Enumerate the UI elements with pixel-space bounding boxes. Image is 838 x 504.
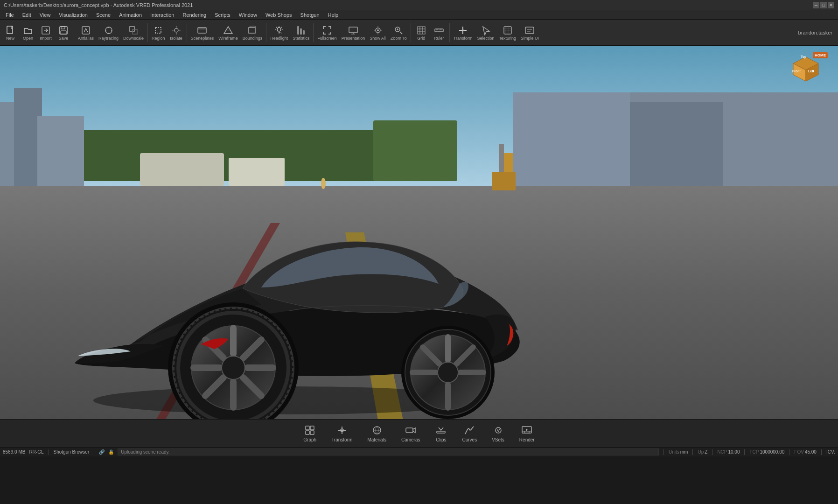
lock-icon: 🔒 <box>108 449 114 455</box>
downscale-button[interactable]: Downscale <box>121 24 146 42</box>
statistics-label: Statistics <box>293 36 309 41</box>
render-tool[interactable]: Render <box>512 422 542 444</box>
nav-cube[interactable]: Top Front Left HOME <box>789 53 827 91</box>
svg-rect-17 <box>349 27 357 33</box>
simpleui-button[interactable]: Simple UI <box>519 24 541 42</box>
open-button[interactable]: Open <box>20 24 36 42</box>
transform-tool[interactable]: Transform <box>324 422 360 444</box>
render-label: Render <box>519 437 535 442</box>
showall-button[interactable]: Show All <box>368 24 388 42</box>
svg-rect-5 <box>82 27 90 34</box>
headlight-button[interactable]: Headlight <box>268 24 290 42</box>
statistics-button[interactable]: Statistics <box>291 24 311 42</box>
memory-display: 8569.0 MB <box>3 449 25 455</box>
status-sep-1 <box>49 449 49 455</box>
statistics-icon <box>295 25 307 36</box>
menu-animation[interactable]: Animation <box>115 11 146 19</box>
isolate-button[interactable]: Isolate <box>168 24 185 42</box>
axis-label: Up <box>698 449 704 455</box>
graph-tool[interactable]: Graph <box>296 422 324 444</box>
status-sep-3 <box>663 449 664 455</box>
menu-file[interactable]: File <box>2 11 18 19</box>
showall-icon <box>372 25 384 36</box>
selection-label: Selection <box>477 36 494 41</box>
wireframe-button[interactable]: Wireframe <box>216 24 240 42</box>
raytracing-button[interactable]: Raytracing <box>97 24 120 42</box>
materials-icon <box>371 424 383 436</box>
fullscreen-button[interactable]: Fullscreen <box>315 24 339 42</box>
headlight-icon <box>273 25 285 36</box>
texturing-button[interactable]: Texturing <box>497 24 518 42</box>
vsets-tool[interactable]: VSets <box>484 422 512 444</box>
svg-point-13 <box>277 28 281 31</box>
menu-bar: File Edit View Visualization Scene Anima… <box>0 10 838 20</box>
menu-edit[interactable]: Edit <box>19 11 35 19</box>
new-label: New <box>6 36 14 41</box>
menu-scene[interactable]: Scene <box>92 11 114 19</box>
nav-cube-home[interactable]: HOME <box>813 52 828 58</box>
svg-rect-0 <box>7 26 13 34</box>
toolbar-sep-7 <box>449 23 450 42</box>
ruler-button[interactable]: Ruler <box>431 24 447 42</box>
clips-label: Clips <box>436 437 446 442</box>
transform-button[interactable]: Transform <box>452 24 475 42</box>
presentation-label: Presentation <box>342 36 365 41</box>
menu-view[interactable]: View <box>36 11 55 19</box>
materials-tool[interactable]: Materials <box>360 422 394 444</box>
close-button[interactable]: ✕ <box>828 2 834 8</box>
fov-value: 45.00 <box>805 449 817 455</box>
menu-help[interactable]: Help <box>324 11 342 19</box>
antialias-button[interactable]: Antialias <box>76 24 96 42</box>
minimize-button[interactable]: ─ <box>813 2 819 8</box>
menu-window[interactable]: Window <box>235 11 261 19</box>
status-sep-5 <box>712 449 712 455</box>
curves-label: Curves <box>462 437 477 442</box>
menu-visualization[interactable]: Visualization <box>55 11 91 19</box>
antialias-label: Antialias <box>78 36 94 41</box>
ruler-icon <box>433 25 445 36</box>
showall-label: Show All <box>370 36 386 41</box>
fcp-field: FCP 1000000.00 <box>749 449 784 455</box>
materials-label: Materials <box>367 437 386 442</box>
grid-label: Grid <box>417 36 425 41</box>
grid-button[interactable]: Grid <box>413 24 430 42</box>
curves-tool[interactable]: Curves <box>454 422 484 444</box>
save-button[interactable]: Save <box>55 24 72 42</box>
clips-tool[interactable]: Clips <box>427 422 454 444</box>
cameras-icon <box>405 424 417 436</box>
menu-webshops[interactable]: Web Shops <box>262 11 296 19</box>
simpleui-label: Simple UI <box>521 36 539 41</box>
region-button[interactable]: Region <box>150 24 167 42</box>
toolbar-sep-5 <box>313 23 314 42</box>
svg-rect-14 <box>297 26 299 35</box>
status-sep-6 <box>744 449 745 455</box>
boundings-icon <box>247 25 258 36</box>
zoomto-button[interactable]: Zoom To <box>389 24 409 42</box>
new-button[interactable]: New <box>2 24 19 42</box>
ncp-label: NCP <box>717 449 727 455</box>
svg-rect-4 <box>61 31 66 34</box>
toolbar-sep-3 <box>187 23 187 42</box>
menu-scripts[interactable]: Scripts <box>211 11 234 19</box>
svg-rect-24 <box>525 27 534 34</box>
toolbar-sep-4 <box>266 23 266 42</box>
menu-rendering[interactable]: Rendering <box>179 11 210 19</box>
maximize-button[interactable]: □ <box>820 2 827 8</box>
cameras-tool[interactable]: Cameras <box>394 422 428 444</box>
wireframe-icon <box>223 25 234 36</box>
menu-shotgun[interactable]: Shotgun <box>297 11 323 19</box>
save-label: Save <box>59 36 69 41</box>
status-sep-8 <box>821 449 822 455</box>
ncp-value: 10.00 <box>728 449 740 455</box>
bottom-tools: Graph Transform Material <box>0 422 838 444</box>
toolbar-sep-2 <box>147 23 148 42</box>
sceneplates-button[interactable]: Sceneplates <box>189 24 216 42</box>
selection-button[interactable]: Selection <box>475 24 496 42</box>
viewport[interactable]: Top Front Left HOME Graph <box>0 46 838 447</box>
sky-bg <box>0 46 838 186</box>
menu-interaction[interactable]: Interaction <box>147 11 178 19</box>
presentation-button[interactable]: Presentation <box>340 24 367 42</box>
import-button[interactable]: Import <box>37 24 54 42</box>
boundings-button[interactable]: Boundings <box>241 24 265 42</box>
status-message-input[interactable] <box>118 448 659 455</box>
